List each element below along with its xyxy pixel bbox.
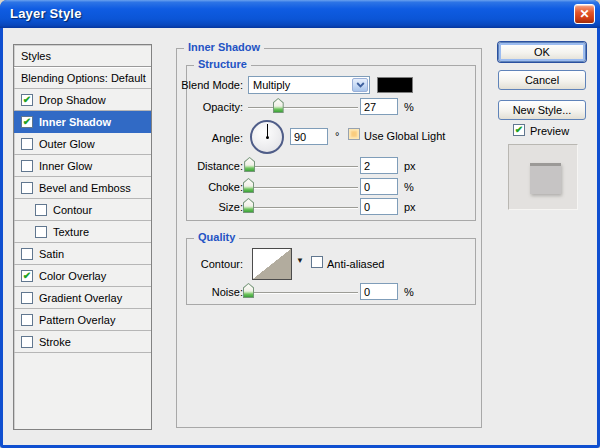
sidebar-item-drop-shadow[interactable]: ✔ Drop Shadow <box>14 89 151 111</box>
opacity-unit: % <box>404 101 414 113</box>
checkbox-icon[interactable] <box>21 314 33 326</box>
sidebar-item-label: Texture <box>53 226 89 238</box>
use-global-light-checkbox[interactable] <box>348 128 360 140</box>
sidebar-item-label: Inner Shadow <box>39 116 111 128</box>
anti-aliased-label: Anti-aliased <box>327 258 384 270</box>
sidebar-item-label: Inner Glow <box>39 160 92 172</box>
sidebar-item-label: Stroke <box>39 336 71 348</box>
sidebar-item-pattern-overlay[interactable]: Pattern Overlay <box>14 309 151 331</box>
slider-track[interactable] <box>248 187 358 189</box>
sidebar-item-label: Gradient Overlay <box>39 292 122 304</box>
noise-input[interactable] <box>360 283 398 300</box>
size-input[interactable] <box>360 198 398 215</box>
sidebar-item-satin[interactable]: Satin <box>14 243 151 265</box>
noise-label: Noise: <box>151 286 243 298</box>
slider-track[interactable] <box>248 107 358 109</box>
preview-label: Preview <box>530 125 569 137</box>
size-unit: px <box>404 201 416 213</box>
use-global-light-label: Use Global Light <box>364 130 445 142</box>
opacity-slider[interactable] <box>248 98 358 112</box>
contour-dropdown-icon[interactable]: ▼ <box>296 256 304 265</box>
window-title: Layer Style <box>10 6 82 21</box>
distance-slider[interactable] <box>248 157 358 171</box>
checkbox-icon[interactable] <box>21 336 33 348</box>
sidebar-item-label: Bevel and Emboss <box>39 182 131 194</box>
structure-group-title: Structure <box>194 58 251 70</box>
ok-button[interactable]: OK <box>498 42 586 62</box>
titlebar[interactable]: Layer Style ✕ <box>0 0 600 28</box>
checkbox-checked-icon[interactable]: ✔ <box>21 116 33 128</box>
size-slider[interactable] <box>248 198 358 212</box>
preview-thumbnail-swatch <box>530 163 561 194</box>
contour-label: Contour: <box>151 258 243 270</box>
layer-style-dialog: Layer Style ✕ Styles Blending Options: D… <box>0 0 600 448</box>
sidebar-item-label: Blending Options: Default <box>21 72 146 84</box>
sidebar-item-inner-shadow[interactable]: ✔ Inner Shadow <box>14 111 151 133</box>
checkbox-icon[interactable] <box>35 204 47 216</box>
blend-mode-value: Multiply <box>253 79 290 91</box>
sidebar-item-inner-glow[interactable]: Inner Glow <box>14 155 151 177</box>
sidebar-item-label: Drop Shadow <box>39 94 106 106</box>
angle-dial[interactable] <box>250 120 284 154</box>
styles-list: Styles Blending Options: Default ✔ Drop … <box>13 44 152 430</box>
preview-thumbnail <box>508 144 578 210</box>
sidebar-item-label: Pattern Overlay <box>39 314 115 326</box>
noise-slider[interactable] <box>248 283 358 297</box>
chevron-down-icon[interactable] <box>352 78 368 92</box>
noise-unit: % <box>404 286 414 298</box>
dialog-body: Styles Blending Options: Default ✔ Drop … <box>3 28 597 445</box>
sidebar-item-label: Outer Glow <box>39 138 95 150</box>
sidebar-item-label: Satin <box>39 248 64 260</box>
angle-input[interactable] <box>290 128 328 145</box>
anti-aliased-checkbox[interactable] <box>311 256 323 268</box>
cancel-button[interactable]: Cancel <box>498 70 586 90</box>
checkbox-icon[interactable] <box>21 292 33 304</box>
slider-thumb[interactable] <box>273 98 284 113</box>
styles-list-header: Styles <box>14 45 151 67</box>
contour-picker[interactable] <box>252 248 292 280</box>
panel-title: Inner Shadow <box>184 41 264 53</box>
checkbox-checked-icon[interactable]: ✔ <box>21 94 33 106</box>
sidebar-item-contour[interactable]: Contour <box>14 199 151 221</box>
blend-mode-select[interactable]: Multiply <box>248 76 370 94</box>
distance-label: Distance: <box>151 160 243 172</box>
checkbox-checked-icon[interactable]: ✔ <box>21 270 33 282</box>
sidebar-item-bevel-and-emboss[interactable]: Bevel and Emboss <box>14 177 151 199</box>
new-style-button[interactable]: New Style... <box>498 100 586 120</box>
slider-track[interactable] <box>248 207 358 209</box>
angle-hub <box>266 136 269 139</box>
shadow-color-swatch[interactable] <box>377 77 413 93</box>
angle-unit: ° <box>335 130 339 142</box>
checkbox-icon[interactable] <box>21 160 33 172</box>
slider-track[interactable] <box>248 292 358 294</box>
sidebar-item-texture[interactable]: Texture <box>14 221 151 243</box>
sidebar-item-blending-options[interactable]: Blending Options: Default <box>14 67 151 89</box>
preview-checkbox[interactable]: ✔ <box>513 124 525 136</box>
sidebar-item-label: Contour <box>53 204 92 216</box>
distance-input[interactable] <box>360 157 398 174</box>
sidebar-item-outer-glow[interactable]: Outer Glow <box>14 133 151 155</box>
checkbox-icon[interactable] <box>21 248 33 260</box>
choke-label: Choke: <box>151 181 243 193</box>
angle-label: Angle: <box>151 132 243 144</box>
choke-unit: % <box>404 181 414 193</box>
close-icon[interactable]: ✕ <box>574 4 595 24</box>
choke-input[interactable] <box>360 178 398 195</box>
sidebar-item-gradient-overlay[interactable]: Gradient Overlay <box>14 287 151 309</box>
checkbox-icon[interactable] <box>21 182 33 194</box>
sidebar-item-label: Color Overlay <box>39 270 106 282</box>
slider-track[interactable] <box>248 166 358 168</box>
opacity-label: Opacity: <box>151 101 243 113</box>
choke-slider[interactable] <box>248 178 358 192</box>
sidebar-item-color-overlay[interactable]: ✔ Color Overlay <box>14 265 151 287</box>
checkbox-icon[interactable] <box>21 138 33 150</box>
sidebar-item-stroke[interactable]: Stroke <box>14 331 151 353</box>
checkbox-icon[interactable] <box>35 226 47 238</box>
distance-unit: px <box>404 160 416 172</box>
opacity-input[interactable] <box>360 98 398 115</box>
blend-mode-label: Blend Mode: <box>151 79 243 91</box>
styles-header-label: Styles <box>21 50 51 62</box>
quality-group-title: Quality <box>194 231 239 243</box>
size-label: Size: <box>151 201 243 213</box>
